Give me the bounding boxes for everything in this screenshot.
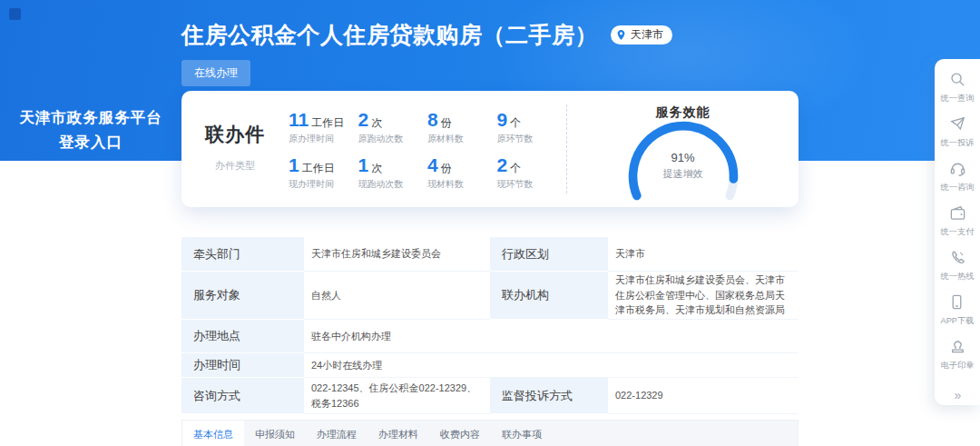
- rail-item-unified-payment[interactable]: 统一支付: [939, 204, 975, 238]
- location-badge-label: 天津市: [631, 27, 663, 43]
- search-icon: [949, 71, 966, 88]
- row-value-location: 驻各中介机构办理: [304, 320, 799, 353]
- row-value-hours: 24小时在线办理: [304, 353, 799, 378]
- consult-icon: [949, 160, 966, 177]
- login-line1: 天津市政务服务平台: [0, 105, 181, 130]
- row-label-admin-region: 行政区划: [490, 237, 608, 272]
- payment-icon: [949, 204, 966, 222]
- stats-card: 联办件 办件类型 11工作日 原办理时间 2次 原跑动次数 8份 原材料数 9个…: [181, 91, 799, 207]
- quick-actions-rail: 统一查询 统一投诉 统一咨询 统一支付: [935, 59, 980, 405]
- hotline-icon: [949, 249, 966, 266]
- row-label-lead-dept: 牵头部门: [181, 237, 304, 272]
- location-pin-icon: [615, 29, 627, 41]
- stat-current-time: 1工作日 现办理时间: [289, 155, 358, 199]
- case-type-name: 联办件: [181, 122, 289, 147]
- rail-item-unified-query[interactable]: 统一查询: [939, 71, 975, 104]
- service-efficiency-gauge: 服务效能 91% 提速增效: [567, 91, 799, 207]
- row-label-location: 办理地点: [181, 320, 304, 353]
- complaint-icon: [949, 115, 966, 133]
- stat-current-trips: 1次 现跑动次数: [358, 155, 428, 199]
- page: 天津市政务服务平台 登录入口 住房公积金个人住房贷款购房（二手房） 天津市 在线…: [0, 0, 980, 446]
- row-value-consult: 022-12345、住房公积金022-12329、税务12366: [304, 378, 490, 414]
- rail-item-unified-complaint[interactable]: 统一投诉: [939, 115, 975, 149]
- service-info-table: 牵头部门 天津市住房和城乡建设委员会 行政区划 天津市 服务对象 自然人 联办机…: [181, 237, 799, 414]
- row-value-complaint: 022-12329: [608, 378, 799, 414]
- rail-item-unified-consult[interactable]: 统一咨询: [939, 160, 975, 193]
- stat-current-steps: 2个 现环节数: [497, 155, 567, 199]
- row-value-joint-agencies: 天津市住房和城乡建设委员会、天津市住房公积金管理中心、国家税务总局天津市税务局、…: [608, 272, 799, 320]
- stat-original-time: 11工作日 原办理时间: [289, 110, 358, 154]
- row-label-joint-agencies: 联办机构: [490, 272, 608, 320]
- stat-original-materials: 8份 原材料数: [427, 110, 497, 154]
- gauge-caption: 提速增效: [567, 167, 799, 181]
- tab-basic-info[interactable]: 基本信息: [182, 421, 244, 446]
- app-download-icon: [948, 293, 965, 311]
- tab-fees[interactable]: 收费内容: [429, 421, 491, 446]
- login-entry-link[interactable]: 天津市政务服务平台 登录入口: [0, 105, 181, 154]
- case-type-block: 联办件 办件类型: [181, 91, 289, 207]
- row-label-complaint: 监督投诉方式: [490, 378, 608, 414]
- online-apply-button[interactable]: 在线办理: [181, 60, 250, 86]
- rail-item-app-download[interactable]: APP下载: [939, 293, 975, 327]
- row-value-lead-dept: 天津市住房和城乡建设委员会: [304, 237, 490, 272]
- page-title: 住房公积金个人住房贷款购房（二手房）: [181, 20, 598, 50]
- e-seal-icon: [949, 338, 966, 355]
- stats-grid: 11工作日 原办理时间 2次 原跑动次数 8份 原材料数 9个 原环节数 1工作…: [289, 91, 566, 207]
- tab-process[interactable]: 办理流程: [306, 421, 368, 446]
- gauge-value: 91%: [567, 151, 799, 164]
- tab-joint-matters[interactable]: 联办事项: [491, 421, 553, 446]
- row-label-hours: 办理时间: [181, 353, 304, 378]
- rail-item-e-seal[interactable]: 电子印章: [939, 338, 975, 372]
- stat-current-materials: 4份 现材料数: [427, 155, 497, 199]
- row-label-service-target: 服务对象: [181, 272, 304, 320]
- login-line2: 登录入口: [0, 130, 181, 154]
- row-value-service-target: 自然人: [304, 272, 490, 320]
- rail-item-unified-hotline[interactable]: 统一热线: [939, 249, 975, 282]
- stat-original-trips: 2次 原跑动次数: [358, 110, 428, 154]
- row-label-consult: 咨询方式: [181, 378, 304, 414]
- location-badge[interactable]: 天津市: [611, 25, 672, 45]
- collapse-icon[interactable]: »: [955, 388, 961, 402]
- stat-original-steps: 9个 原环节数: [497, 110, 567, 154]
- corner-decoration: [9, 8, 21, 20]
- title-row: 住房公积金个人住房贷款购房（二手房） 天津市: [181, 20, 672, 50]
- detail-tab-bar: 基本信息 申报须知 办理流程 办理材料 收费内容 联办事项: [181, 420, 799, 446]
- tab-apply-notes[interactable]: 申报须知: [244, 421, 306, 446]
- tab-materials[interactable]: 办理材料: [368, 421, 429, 446]
- case-type-label: 办件类型: [181, 159, 289, 173]
- row-value-admin-region: 天津市: [608, 237, 799, 272]
